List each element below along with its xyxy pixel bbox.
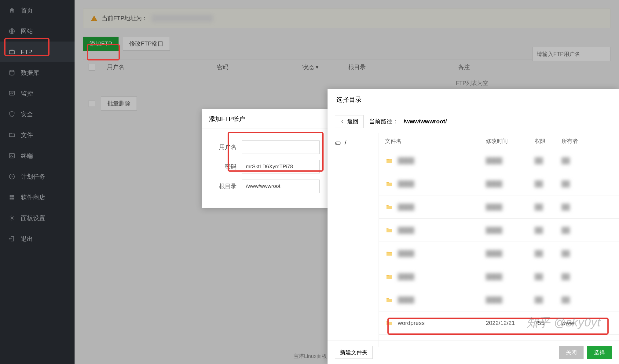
add-ftp-title: 添加FTP帐户: [202, 109, 330, 129]
file-listing: 文件名 修改时间 权限 所有者 ████████████████████████…: [379, 133, 619, 347]
svg-point-12: [336, 143, 337, 144]
file-row[interactable]: ████████████: [379, 172, 619, 195]
root-label: 根目录: [212, 182, 236, 190]
form-row-username: 用户名: [212, 137, 320, 157]
file-list-header: 文件名 修改时间 权限 所有者: [379, 133, 619, 149]
file-row[interactable]: ████████████: [379, 219, 619, 242]
col-owner: 所有者: [562, 137, 598, 145]
file-row-wordpress[interactable]: wordpress2022/12/21755www: [379, 311, 619, 335]
arrow-left-icon: [340, 119, 345, 124]
select-button[interactable]: 选择: [587, 346, 612, 359]
dir-picker-footer: 新建文件夹 关闭 选择: [328, 340, 619, 364]
directory-picker-dialog: 选择目录 返回 当前路径： /www/wwwroot/ / 文件名 修改时间 权…: [328, 89, 619, 364]
close-button[interactable]: 关闭: [559, 346, 584, 359]
dir-picker-pathbar: 返回 当前路径： /www/wwwroot/: [328, 110, 619, 133]
disk-root-item[interactable]: /: [335, 139, 371, 147]
file-row[interactable]: ████████████: [379, 242, 619, 265]
password-label: 密码: [212, 163, 236, 171]
form-row-root: 根目录: [212, 177, 320, 196]
password-input[interactable]: [242, 160, 320, 173]
col-mtime: 修改时间: [486, 137, 535, 145]
disk-list: /: [328, 133, 379, 347]
username-input[interactable]: [242, 140, 320, 154]
current-path-label: 当前路径：: [369, 118, 398, 126]
disk-icon: [335, 140, 341, 146]
file-row[interactable]: ████████████: [379, 195, 619, 219]
new-folder-button[interactable]: 新建文件夹: [335, 346, 373, 359]
file-row[interactable]: ████████████: [379, 265, 619, 288]
root-input[interactable]: [242, 180, 320, 193]
col-filename: 文件名: [385, 137, 486, 145]
col-perm: 权限: [535, 137, 562, 145]
add-ftp-dialog: 添加FTP帐户 用户名 密码 根目录: [202, 109, 330, 208]
file-row[interactable]: ████████████: [379, 288, 619, 311]
file-row[interactable]: ████████████: [379, 149, 619, 172]
username-label: 用户名: [212, 143, 236, 151]
dir-picker-title: 选择目录: [328, 89, 619, 110]
back-button[interactable]: 返回: [335, 115, 364, 128]
current-path-value: /www/wwwroot/: [404, 118, 447, 125]
form-row-password: 密码: [212, 157, 320, 177]
